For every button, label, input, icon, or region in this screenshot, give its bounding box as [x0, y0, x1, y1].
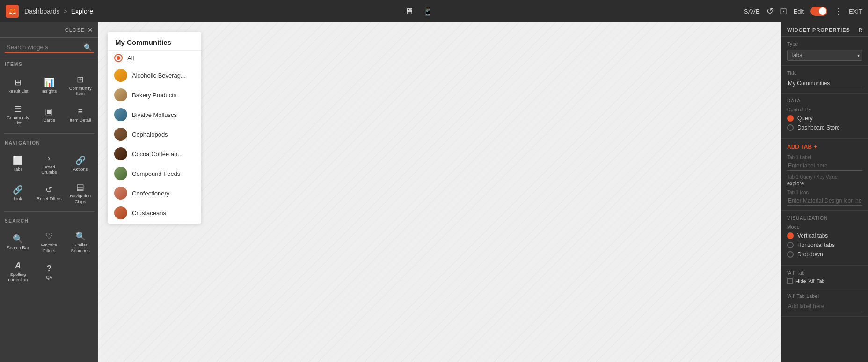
- reset-filters-icon: ↺: [45, 186, 52, 194]
- search-widget-grid: 🔍 Search Bar ♡ Favorite Filters 🔍 Simila…: [0, 226, 98, 288]
- communities-widget-preview: My Communities All Alcoholic Beverag...: [108, 32, 201, 224]
- community-item-compound[interactable]: Compound Feeds: [108, 164, 201, 183]
- add-icon: +: [814, 144, 817, 150]
- items-section-label: ITEMS: [0, 57, 98, 70]
- all-tab-label-input[interactable]: [787, 302, 862, 311]
- save-button[interactable]: SAVE: [744, 8, 760, 15]
- type-select-wrapper: Tabs: [787, 50, 862, 61]
- widget-cards[interactable]: ▣ Cards: [34, 101, 65, 130]
- bivalve-avatar: [114, 108, 127, 121]
- refresh-icon[interactable]: ↺: [766, 6, 773, 16]
- sidebar-close-button[interactable]: CLOSE ✕: [0, 22, 98, 38]
- community-list: All Alcoholic Beverag... Bakery Products…: [108, 51, 201, 224]
- community-item-all[interactable]: All: [108, 51, 201, 65]
- widget-bread-crumbs[interactable]: › Bread Crumbs: [34, 150, 65, 179]
- add-tab-button[interactable]: ADD TAB +: [787, 144, 862, 150]
- cards-label: Cards: [43, 117, 55, 123]
- title-input[interactable]: [787, 79, 862, 88]
- community-item-alcoholic[interactable]: Alcoholic Beverag...: [108, 65, 201, 85]
- community-item-bakery[interactable]: Bakery Products: [108, 85, 201, 105]
- tab1-icon-label: Tab 1 Icon: [787, 190, 862, 195]
- control-store-radio[interactable]: [787, 124, 794, 131]
- widget-reset-filters[interactable]: ↺ Reset Filters: [34, 179, 65, 208]
- widget-result-list[interactable]: ⊞ Result List: [3, 72, 33, 100]
- tab1-query-value: explore: [787, 181, 862, 186]
- actions-icon: 🔗: [75, 156, 86, 165]
- navigation-section-label: NAVIGATION: [0, 136, 98, 148]
- right-panel: WIDGET PROPERTIES R Type Tabs Title DATA…: [781, 22, 868, 362]
- bakery-label: Bakery Products: [132, 92, 176, 99]
- all-tab-label: 'All' Tab: [787, 270, 862, 275]
- link-label: Link: [14, 196, 22, 201]
- widget-similar-searches[interactable]: 🔍 Similar Searches: [65, 228, 95, 257]
- breadcrumb-parent[interactable]: Dashboards: [24, 7, 60, 15]
- widget-search-bar[interactable]: 🔍 Search Bar: [3, 228, 33, 257]
- widget-item-detail[interactable]: ≡ Item Detail: [65, 101, 95, 130]
- cocoa-label: Cocoa Coffee an...: [132, 151, 182, 158]
- alcoholic-label: Alcoholic Beverag...: [132, 72, 186, 79]
- tab1-icon-input[interactable]: [787, 196, 862, 206]
- tablet-icon[interactable]: 📱: [423, 6, 433, 16]
- title-label: Title: [787, 71, 862, 76]
- mode-horizontal-radio[interactable]: [787, 242, 794, 248]
- tab-section: ADD TAB + Tab 1 Label Tab 1 Query / Key …: [781, 139, 868, 211]
- edit-toggle[interactable]: [810, 7, 827, 16]
- search-section-label: SEARCH: [0, 214, 98, 226]
- community-item-dietetic[interactable]: Dietetic Foods: [108, 223, 201, 224]
- all-tab-label-label: 'All' Tab Label: [787, 294, 862, 299]
- widget-tabs[interactable]: ⬜ Tabs: [3, 150, 33, 179]
- title-section: Title: [781, 66, 868, 94]
- mode-dropdown-radio[interactable]: [787, 251, 794, 258]
- tab1-label-input[interactable]: [787, 161, 862, 171]
- divider-1: [4, 133, 95, 134]
- control-query-radio[interactable]: [787, 115, 794, 122]
- widget-link[interactable]: 🔗 Link: [3, 179, 33, 208]
- hide-all-tab-checkbox[interactable]: [787, 278, 793, 284]
- bread-crumbs-label: Bread Crumbs: [36, 164, 63, 175]
- link-icon: 🔗: [13, 186, 23, 194]
- item-detail-label: Item Detail: [70, 117, 91, 123]
- result-list-icon: ⊞: [15, 78, 22, 87]
- community-item-crustaceans[interactable]: Crustaceans: [108, 203, 201, 223]
- all-tab-label-section: 'All' Tab Label: [781, 289, 868, 317]
- community-item-bivalve[interactable]: Bivalve Molluscs: [108, 105, 201, 124]
- widget-community-item[interactable]: ⊞ Community Item: [65, 72, 95, 100]
- widget-qa[interactable]: ? QA: [34, 258, 65, 286]
- mode-dropdown-row: Dropdown: [787, 251, 862, 258]
- exit-button[interactable]: EXIT: [849, 8, 862, 15]
- data-section: DATA Control By Query Dashboard Store: [781, 94, 868, 139]
- control-store-label[interactable]: Dashboard Store: [797, 124, 840, 131]
- result-list-label: Result List: [7, 88, 28, 94]
- control-by-label: Control By: [787, 107, 862, 112]
- search-bar-label: Search Bar: [7, 245, 29, 250]
- sidebar-search-area: 🔍: [0, 38, 98, 57]
- community-item-cephalopods[interactable]: Cephalopods: [108, 124, 201, 144]
- widget-favorite-filters[interactable]: ♡ Favorite Filters: [34, 228, 65, 257]
- control-query-row: Query: [787, 115, 862, 122]
- breadcrumbs-icon: ›: [48, 154, 51, 162]
- desktop-icon[interactable]: 🖥: [405, 7, 413, 16]
- widget-insights[interactable]: 📊 Insights: [34, 72, 65, 100]
- widget-spelling-correction[interactable]: A Spelling correction: [3, 258, 33, 286]
- mode-vertical-radio[interactable]: [787, 232, 794, 239]
- insights-label: Insights: [42, 88, 57, 94]
- widget-actions[interactable]: 🔗 Actions: [65, 150, 95, 179]
- mode-horizontal-label[interactable]: Horizontal tabs: [797, 242, 835, 248]
- search-widgets-input[interactable]: [5, 42, 94, 53]
- spelling-correction-label: Spelling correction: [5, 272, 31, 282]
- mode-vertical-row: Vertical tabs: [787, 232, 862, 239]
- control-query-label[interactable]: Query: [797, 115, 813, 122]
- widget-community-list[interactable]: ☰ Community List: [3, 101, 33, 130]
- mode-vertical-label[interactable]: Vertical tabs: [797, 232, 828, 239]
- type-select[interactable]: Tabs: [787, 50, 862, 61]
- left-sidebar: CLOSE ✕ 🔍 ITEMS ⊞ Result List 📊 Insights…: [0, 22, 98, 362]
- mode-dropdown-label[interactable]: Dropdown: [797, 251, 823, 258]
- breadcrumb: Dashboards > Explore: [24, 7, 93, 15]
- all-label: All: [127, 55, 134, 62]
- preview-icon[interactable]: ⊡: [780, 6, 787, 16]
- community-item-confectionery[interactable]: Confectionery: [108, 183, 201, 203]
- widget-navigation-chips[interactable]: ▤ Navigation Chips: [65, 179, 95, 208]
- main-layout: CLOSE ✕ 🔍 ITEMS ⊞ Result List 📊 Insights…: [0, 22, 868, 362]
- more-options-icon[interactable]: ⋮: [834, 6, 842, 16]
- community-item-cocoa[interactable]: Cocoa Coffee an...: [108, 144, 201, 164]
